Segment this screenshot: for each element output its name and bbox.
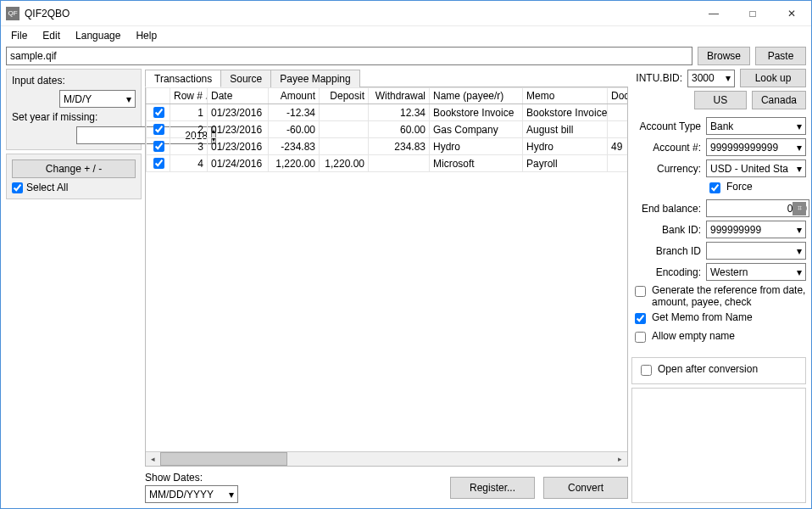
app-icon: QF	[6, 7, 19, 20]
chevron-down-icon: ▾	[797, 120, 802, 132]
canada-button[interactable]: Canada	[752, 91, 806, 109]
cell-date: 01/23/2016	[208, 104, 269, 121]
currency-combo[interactable]: USD - United Sta▾	[706, 159, 806, 177]
table-row[interactable]: 401/24/20161,220.001,220.00MicrosoftPayr…	[147, 155, 628, 172]
branch-id-label: Branch ID	[631, 245, 701, 257]
tab-payee-mapping[interactable]: Payee Mapping	[270, 70, 359, 87]
account-number-label: Account #:	[631, 142, 701, 154]
cell-row: 4	[170, 155, 208, 172]
input-dates-combo[interactable]: M/D/Y ▾	[59, 90, 136, 108]
show-dates-label: Show Dates:	[145, 472, 238, 484]
cell-amount: -234.83	[269, 138, 320, 155]
change-sign-button[interactable]: Change + / -	[12, 159, 136, 178]
cell-date: 01/24/2016	[208, 155, 269, 172]
scroll-left-icon[interactable]: ◂	[146, 452, 160, 466]
tab-transactions[interactable]: Transactions	[145, 70, 221, 87]
cell-name: Gas Company	[430, 121, 523, 138]
register-button[interactable]: Register...	[450, 477, 535, 499]
bank-id-combo[interactable]: 999999999▾	[706, 221, 806, 238]
col-header-date[interactable]: Date	[208, 88, 269, 104]
scroll-right-icon[interactable]: ▸	[613, 452, 627, 466]
tab-source[interactable]: Source	[220, 70, 271, 87]
cell-withdrawal: 12.34	[369, 104, 430, 121]
get-memo-label: Get Memo from Name	[652, 311, 753, 323]
encoding-combo[interactable]: Western▾	[706, 263, 806, 281]
horizontal-scrollbar[interactable]: ◂ ▸	[146, 451, 627, 466]
set-year-label: Set year if missing:	[12, 111, 136, 123]
cell-withdrawal: 234.83	[369, 138, 430, 155]
close-button[interactable]: ✕	[772, 1, 811, 26]
generate-reference-label: Generate the reference from date, amount…	[652, 284, 806, 308]
cell-doc	[608, 155, 628, 172]
select-all-checkbox[interactable]	[12, 182, 23, 193]
encoding-label: Encoding:	[631, 266, 701, 278]
browse-button[interactable]: Browse	[698, 47, 750, 65]
table-row[interactable]: 101/23/2016-12.3412.34Bookstore InvoiceB…	[147, 104, 628, 121]
generate-reference-checkbox[interactable]	[635, 286, 646, 297]
file-path-input[interactable]	[6, 47, 692, 65]
cell-memo: Payroll	[523, 155, 608, 172]
menu-language[interactable]: Language	[69, 28, 127, 43]
cell-doc	[608, 121, 628, 138]
minimize-button[interactable]: —	[694, 1, 733, 26]
cell-date: 01/23/2016	[208, 138, 269, 155]
chevron-down-icon: ▾	[797, 142, 802, 154]
lookup-button[interactable]: Look up	[740, 69, 806, 87]
chevron-down-icon: ▾	[229, 489, 234, 501]
select-all-label: Select All	[26, 182, 68, 193]
cell-memo: August bill	[523, 121, 608, 138]
menu-edit[interactable]: Edit	[36, 28, 67, 43]
account-type-combo[interactable]: Bank▾	[706, 117, 806, 135]
intu-bid-label: INTU.BID:	[631, 72, 682, 84]
account-number-combo[interactable]: 999999999999▾	[706, 138, 806, 156]
paste-button[interactable]: Paste	[755, 47, 806, 65]
cell-memo: Bookstore Invoice	[523, 104, 608, 121]
row-checkbox[interactable]	[153, 107, 164, 118]
branch-id-combo[interactable]: ▾	[706, 242, 806, 260]
row-checkbox[interactable]	[153, 141, 164, 152]
currency-label: Currency:	[631, 163, 701, 175]
convert-button[interactable]: Convert	[543, 477, 628, 499]
set-year-spinner[interactable]: ▴ ▾	[76, 126, 136, 144]
cell-amount: -12.34	[269, 104, 320, 121]
intu-bid-combo[interactable]: 3000▾	[687, 70, 735, 87]
cell-amount: 1,220.00	[269, 155, 320, 172]
col-header-memo[interactable]: Memo	[523, 88, 608, 104]
scroll-thumb[interactable]	[160, 452, 287, 466]
tab-bar: Transactions Source Payee Mapping	[145, 69, 628, 87]
col-header-check[interactable]	[147, 88, 170, 104]
col-header-name[interactable]: Name (payee/r)	[430, 88, 523, 104]
sort-asc-icon: ▲	[204, 93, 207, 101]
chevron-down-icon: ▾	[797, 245, 802, 257]
cell-name: Bookstore Invoice	[430, 104, 523, 121]
menu-file[interactable]: File	[4, 28, 34, 43]
menu-bar: File Edit Language Help	[1, 26, 811, 45]
chevron-down-icon: ▾	[797, 163, 802, 175]
table-row[interactable]: 201/23/2016-60.0060.00Gas CompanyAugust …	[147, 121, 628, 138]
us-button[interactable]: US	[694, 91, 747, 109]
maximize-button[interactable]: □	[733, 1, 772, 26]
show-dates-combo[interactable]: MM/DD/YYYY ▾	[145, 485, 238, 503]
get-memo-checkbox[interactable]	[635, 313, 646, 324]
col-header-row[interactable]: Row #▲	[170, 88, 208, 104]
chevron-down-icon: ▾	[126, 93, 131, 105]
menu-help[interactable]: Help	[129, 28, 164, 43]
cell-name: Microsoft	[430, 155, 523, 172]
col-header-deposit[interactable]: Deposit	[320, 88, 369, 104]
table-header-row: Row #▲ Date Amount Deposit Withdrawal Na…	[147, 88, 628, 104]
col-header-withdrawal[interactable]: Withdrawal	[369, 88, 430, 104]
account-type-label: Account Type	[631, 120, 701, 132]
open-after-conversion-checkbox[interactable]	[641, 365, 652, 376]
cell-row: 1	[170, 104, 208, 121]
col-header-amount[interactable]: Amount	[269, 88, 320, 104]
table-row[interactable]: 301/23/2016-234.83234.83HydroHydro49	[147, 138, 628, 155]
row-checkbox[interactable]	[153, 124, 164, 135]
app-window: QF QIF2QBO — □ ✕ File Edit Language Help…	[0, 0, 812, 509]
allow-empty-name-checkbox[interactable]	[635, 332, 646, 343]
chevron-down-icon: ▾	[726, 72, 731, 84]
force-checkbox[interactable]	[709, 182, 720, 193]
col-header-doc[interactable]: Doc #	[608, 88, 628, 104]
calculator-icon[interactable]: ⌗	[793, 202, 806, 215]
row-checkbox[interactable]	[153, 158, 164, 169]
cell-deposit	[320, 104, 369, 121]
